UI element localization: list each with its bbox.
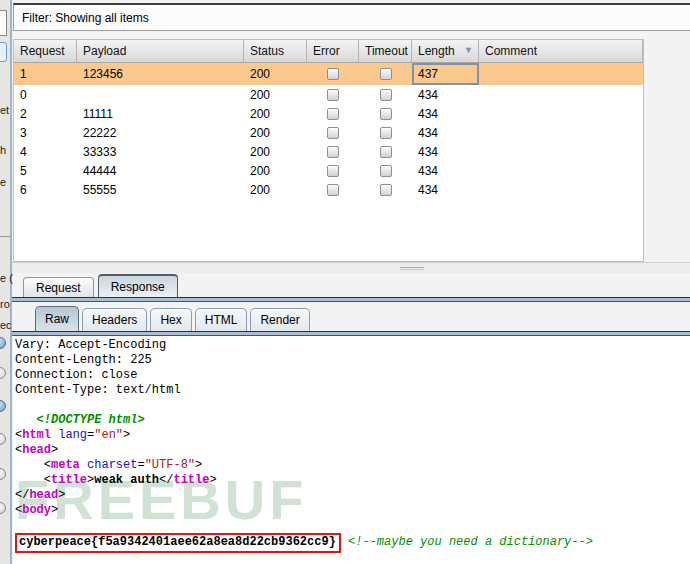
response-text-segment: charset <box>87 458 137 472</box>
tab-hex[interactable]: Hex <box>150 308 191 331</box>
response-line <box>15 518 690 533</box>
tab-raw[interactable]: Raw <box>35 306 79 331</box>
column-header-error[interactable]: Error <box>307 40 359 62</box>
response-line: <html lang="en"> <box>15 428 690 443</box>
table-row-request-4[interactable]: 433333200434 <box>14 142 643 161</box>
timeout-checkbox[interactable] <box>380 165 392 177</box>
radio-button-icon <box>0 468 6 480</box>
tab-request[interactable]: Request <box>23 277 94 297</box>
cell-timeout <box>359 85 412 104</box>
error-checkbox[interactable] <box>327 127 339 139</box>
cell-comment <box>479 161 643 180</box>
error-checkbox[interactable] <box>327 89 339 101</box>
response-line: <meta charset="UTF-8"> <box>15 458 690 473</box>
timeout-checkbox[interactable] <box>380 108 392 120</box>
cell-status: 200 <box>244 180 307 199</box>
error-checkbox[interactable] <box>327 68 339 80</box>
cell-request: 3 <box>14 123 77 142</box>
error-checkbox[interactable] <box>327 108 339 120</box>
splitter[interactable] <box>12 262 690 273</box>
column-header-length[interactable]: Length▼ <box>412 40 479 62</box>
cell-comment <box>479 123 643 142</box>
response-line: Vary: Accept-Encoding <box>15 338 690 353</box>
response-text-segment: "UTF-8" <box>145 458 195 472</box>
response-line: </head> <box>15 488 690 503</box>
table-row-request-5[interactable]: 544444200434 <box>14 161 643 180</box>
cell-comment <box>479 180 643 199</box>
response-text-segment: > <box>51 443 58 457</box>
table-row-request-1[interactable]: 1123456200437 <box>14 63 643 85</box>
tab-headers[interactable]: Headers <box>82 308 147 331</box>
timeout-checkbox[interactable] <box>380 68 392 80</box>
cell-status: 200 <box>244 123 307 142</box>
cell-comment <box>479 63 643 85</box>
table-row-request-0[interactable]: 0200434 <box>14 85 643 104</box>
timeout-checkbox[interactable] <box>380 146 392 158</box>
response-text-segment: <!--maybe you need a dictionary--> <box>348 535 593 549</box>
timeout-checkbox[interactable] <box>380 127 392 139</box>
cell-error <box>307 85 359 104</box>
column-header-request[interactable]: Request <box>14 40 77 62</box>
error-checkbox[interactable] <box>327 146 339 158</box>
response-text-area[interactable]: FREEBUF Vary: Accept-EncodingContent-Len… <box>13 336 690 564</box>
cell-error <box>307 63 359 85</box>
filter-label: Filter: Showing all items <box>22 11 149 25</box>
message-tabs: RequestResponse <box>23 274 178 297</box>
filter-bar[interactable]: Filter: Showing all items <box>13 3 690 31</box>
tab-html[interactable]: HTML <box>195 308 248 331</box>
response-line: cyberpeace{f5a9342401aee62a8ea8d22cb9362… <box>15 533 690 548</box>
cell-status: 200 <box>244 104 307 123</box>
response-text-segment: Content-Type: text/html <box>15 383 181 397</box>
column-header-label: Request <box>20 44 65 58</box>
response-text-segment: = <box>137 458 144 472</box>
error-checkbox[interactable] <box>327 184 339 196</box>
table-row-request-6[interactable]: 655555200434 <box>14 180 643 199</box>
column-header-comment[interactable]: Comment <box>479 40 643 62</box>
table-row-request-2[interactable]: 211111200434 <box>14 104 643 123</box>
sort-descending-icon: ▼ <box>464 46 473 55</box>
column-header-label: Payload <box>83 44 126 58</box>
error-checkbox[interactable] <box>327 165 339 177</box>
column-header-payload[interactable]: Payload <box>77 40 244 62</box>
response-lines: Vary: Accept-EncodingContent-Length: 225… <box>15 338 690 548</box>
response-text-segment: > <box>209 473 216 487</box>
cell-timeout <box>359 161 412 180</box>
response-text-segment: > <box>58 488 65 502</box>
cell-payload <box>77 85 244 104</box>
tab-render[interactable]: Render <box>250 308 309 331</box>
timeout-checkbox[interactable] <box>380 184 392 196</box>
response-line: <head> <box>15 443 690 458</box>
cell-length: 434 <box>412 85 479 104</box>
response-text-segment: body <box>22 503 51 517</box>
cell-length: 434 <box>412 123 479 142</box>
column-header-timeout[interactable]: Timeout <box>359 40 412 62</box>
response-text-segment: weak auth <box>94 473 159 487</box>
table-row-request-3[interactable]: 322222200434 <box>14 123 643 142</box>
response-text-segment: lang <box>58 428 87 442</box>
response-text-segment: > <box>123 428 130 442</box>
background-text-fragment: e ( <box>0 272 13 284</box>
timeout-checkbox[interactable] <box>380 89 392 101</box>
cell-request: 1 <box>14 63 77 85</box>
background-text-fragment: ec <box>0 319 12 331</box>
cell-request: 4 <box>14 142 77 161</box>
splitter-grip-icon <box>400 267 424 270</box>
response-line: <!DOCTYPE html> <box>15 413 690 428</box>
response-text-segment: meta <box>51 458 80 472</box>
cell-payload: 33333 <box>77 142 244 161</box>
results-table-body: 1123456200437020043421111120043432222220… <box>14 63 643 199</box>
response-text-segment: > <box>51 503 58 517</box>
cell-timeout <box>359 123 412 142</box>
cell-timeout <box>359 104 412 123</box>
cell-payload: 123456 <box>77 63 244 85</box>
cell-payload: 55555 <box>77 180 244 199</box>
column-header-status[interactable]: Status <box>244 40 307 62</box>
intruder-results-panel: Filter: Showing all items RequestPayload… <box>10 0 690 564</box>
cell-status: 200 <box>244 85 307 104</box>
tab-response[interactable]: Response <box>98 274 178 297</box>
cell-error <box>307 142 359 161</box>
background-text-fragment: et <box>0 104 9 116</box>
response-text-segment: head <box>29 488 58 502</box>
cell-length: 434 <box>412 104 479 123</box>
cell-comment <box>479 104 643 123</box>
